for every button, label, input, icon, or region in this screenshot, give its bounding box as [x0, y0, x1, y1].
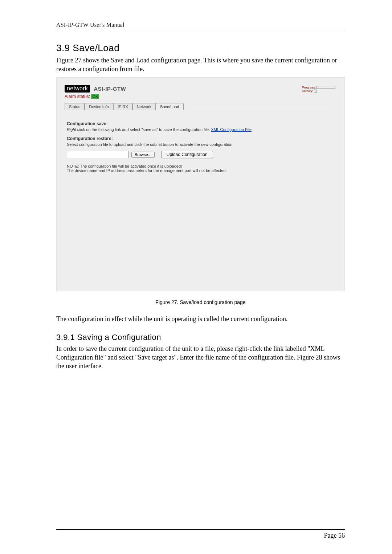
subsection-body: In order to save the current configurati… [56, 344, 345, 371]
config-save-heading: Configuration save: [67, 121, 334, 126]
device-model: ASI-IP-GTW [94, 86, 126, 92]
note-line1: NOTE: The configuration file will be act… [67, 164, 182, 168]
subsection-title: 3.9.1 Saving a Configuration [56, 333, 345, 342]
section-title: 3.9 Save/Load [56, 42, 345, 54]
progress-label: Progress: [302, 86, 316, 89]
tab-ip-rx[interactable]: IP RX [113, 103, 132, 110]
xml-config-link[interactable]: XML Configuration File [211, 127, 251, 132]
upload-button[interactable]: Upload Configuration [161, 151, 213, 158]
logo-badge: network [65, 85, 90, 93]
config-save-text: Right click on the following link and se… [67, 127, 334, 132]
file-path-input[interactable] [67, 151, 128, 158]
tab-bar: Status Device Info IP RX Network Save/Lo… [65, 103, 336, 110]
screenshot-figure: Progress: Activity: network ASI-IP-GTW A… [56, 77, 345, 291]
alarm-value: OK [91, 94, 99, 99]
note-text: NOTE: The configuration file will be act… [67, 164, 334, 173]
activity-indicator [314, 90, 317, 93]
alarm-label: Alarm status: [65, 94, 90, 99]
progress-bar [317, 86, 335, 89]
upload-row: Browse... Upload Configuration [67, 151, 334, 158]
page-number: Page 56 [324, 532, 345, 539]
page-footer: Page 56 [56, 529, 345, 539]
tab-status[interactable]: Status [65, 103, 85, 110]
figure-caption: Figure 27. Save/load configuration page [56, 299, 345, 305]
indicator-block: Progress: Activity: [302, 86, 335, 93]
browse-button[interactable]: Browse... [131, 152, 155, 157]
activity-label: Activity: [302, 89, 313, 93]
note-line2: The device name and IP address parameter… [67, 168, 226, 173]
config-restore-heading: Configuration restore: [67, 136, 334, 141]
tab-device-info[interactable]: Device Info [85, 103, 113, 110]
post-figure-paragraph: The configuration in effect while the un… [56, 315, 345, 323]
alarm-status: Alarm status: OK [65, 94, 336, 99]
section-intro: Figure 27 shows the Save and Load config… [56, 56, 345, 74]
config-restore-text: Select configuration file to upload and … [67, 142, 334, 147]
config-save-emph: Right click [67, 127, 85, 132]
tab-save-load[interactable]: Save/Load [156, 103, 184, 110]
running-header: ASI-IP-GTW User's Manual [56, 22, 345, 30]
config-save-mid: on the following link and select "save a… [85, 127, 211, 132]
config-save-suffix: . [252, 127, 253, 132]
tab-content: Configuration save: Right click on the f… [65, 110, 336, 173]
tab-network[interactable]: Network [132, 103, 156, 110]
